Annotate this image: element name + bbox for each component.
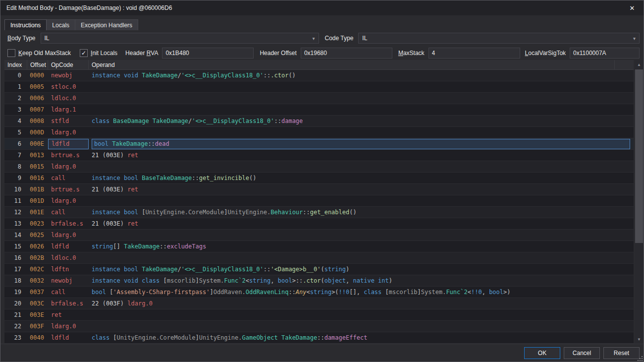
instruction-row[interactable]: 00000newobjinstance void TakeDamage/'<>c… bbox=[4, 70, 634, 81]
tab-locals[interactable]: Locals bbox=[47, 19, 75, 30]
window-title: Edit Method Body - Damage(BaseDamage) : … bbox=[0, 4, 172, 11]
instruction-row[interactable]: 230040ldfldclass [UnityEngine.CoreModule… bbox=[4, 332, 634, 344]
tab-exception-handlers[interactable]: Exception Handlers bbox=[75, 19, 138, 30]
instruction-row[interactable]: 21003Eret bbox=[4, 309, 634, 321]
instruction-row[interactable]: 20003Cbrfalse.s22 (003F) ldarg.0 bbox=[4, 298, 634, 309]
instruction-row[interactable]: 40008stfldclass BaseDamage TakeDamage/'<… bbox=[4, 116, 634, 127]
instruction-row[interactable]: 90016callinstance bool BaseTakeDamage::g… bbox=[4, 173, 634, 184]
edit-method-body-dialog: Edit Method Body - Damage(BaseDamage) : … bbox=[0, 0, 644, 362]
body-type-combobox[interactable]: IL ▾ bbox=[41, 33, 319, 44]
instruction-row[interactable]: 140025ldarg.0 bbox=[4, 230, 634, 241]
maxstack-label: MaxStack bbox=[398, 50, 425, 57]
code-type-value: IL bbox=[362, 35, 367, 42]
scrollbar-thumb[interactable] bbox=[635, 69, 643, 243]
method-header-row: Keep Old MaxStack ✓ Init Locals Header R… bbox=[0, 46, 644, 60]
instruction-row[interactable]: 5000Dldarg.0 bbox=[4, 127, 634, 138]
instruction-row[interactable]: 30007ldarg.1 bbox=[4, 104, 634, 116]
instruction-row[interactable]: 190037callbool ['Assembly-CSharp-firstpa… bbox=[4, 287, 634, 298]
scroll-up-icon[interactable]: ▲ bbox=[635, 60, 644, 69]
chevron-down-icon: ▾ bbox=[633, 36, 636, 41]
header-offset-label: Header Offset bbox=[260, 50, 296, 57]
keep-old-maxstack-label: Keep Old MaxStack bbox=[18, 50, 71, 57]
instruction-grid: Index Offset OpCode Operand 00000newobji… bbox=[0, 60, 644, 344]
operand-edit-box[interactable]: bool TakeDamage::dead bbox=[92, 139, 630, 149]
instruction-row[interactable]: 10005stloc.0 bbox=[4, 81, 634, 93]
localvarsigtok-label: LocalVarSigTok bbox=[525, 50, 566, 57]
instruction-row[interactable]: 12001Ecallinstance bool [UnityEngine.Cor… bbox=[4, 207, 634, 218]
localvarsigtok-input[interactable] bbox=[570, 48, 640, 59]
body-type-row: Body Type IL ▾ Code Type IL ▾ bbox=[0, 30, 644, 46]
titlebar[interactable]: Edit Method Body - Damage(BaseDamage) : … bbox=[0, 0, 644, 15]
dialog-footer: OK Cancel Reset bbox=[0, 344, 644, 362]
resize-grip[interactable] bbox=[637, 356, 643, 362]
tab-instructions[interactable]: Instructions bbox=[4, 19, 47, 30]
code-type-label: Code Type bbox=[325, 35, 354, 42]
instruction-row[interactable]: 10001Bbrtrue.s21 (003E) ret bbox=[4, 184, 634, 195]
column-header-index: Index bbox=[4, 60, 27, 69]
instruction-row[interactable]: 20006ldloc.0 bbox=[4, 93, 634, 104]
instruction-row[interactable]: 130023brfalse.s21 (003E) ret bbox=[4, 218, 634, 230]
code-type-combobox[interactable]: IL ▾ bbox=[358, 33, 640, 44]
instruction-row[interactable]: 150026ldfldstring[] TakeDamage::excludeT… bbox=[4, 241, 634, 252]
instruction-row[interactable]: 16002Bldloc.0 bbox=[4, 252, 634, 264]
keep-old-maxstack-checkbox[interactable] bbox=[7, 49, 15, 57]
tab-strip: Instructions Locals Exception Handlers bbox=[0, 15, 644, 30]
init-locals-label: Init Locals bbox=[91, 50, 117, 57]
maxstack-input[interactable] bbox=[429, 48, 520, 59]
header-offset-input[interactable] bbox=[301, 48, 392, 59]
close-icon[interactable]: ✕ bbox=[621, 0, 644, 15]
column-header-opcode: OpCode bbox=[48, 60, 89, 69]
cancel-button[interactable]: Cancel bbox=[564, 347, 600, 359]
body-type-label: Body Type bbox=[7, 35, 36, 42]
instruction-row[interactable]: 70013brtrue.s21 (003E) ret bbox=[4, 150, 634, 161]
column-header-operand: Operand bbox=[89, 60, 615, 69]
chevron-down-icon: ▾ bbox=[312, 36, 315, 41]
instruction-row[interactable]: 80015ldarg.0 bbox=[4, 161, 634, 173]
header-rva-input[interactable] bbox=[162, 48, 254, 59]
instruction-row[interactable]: 180032newobjinstance void class [mscorli… bbox=[4, 275, 634, 287]
reset-button[interactable]: Reset bbox=[603, 347, 640, 359]
instruction-row[interactable]: 6000Eldfldbool TakeDamage::dead bbox=[4, 138, 634, 150]
column-header-offset: Offset bbox=[27, 60, 48, 69]
ok-button[interactable]: OK bbox=[524, 347, 560, 359]
instruction-row[interactable]: 22003Fldarg.0 bbox=[4, 321, 634, 332]
grid-header: Index Offset OpCode Operand bbox=[4, 60, 634, 70]
instruction-row[interactable]: 17002Cldftninstance bool TakeDamage/'<>c… bbox=[4, 264, 634, 275]
body-type-value: IL bbox=[45, 35, 50, 42]
scroll-down-icon[interactable]: ▼ bbox=[635, 335, 644, 344]
instruction-list: 00000newobjinstance void TakeDamage/'<>c… bbox=[4, 70, 634, 344]
header-rva-label: Header RVA bbox=[125, 50, 158, 57]
scrollbar[interactable]: ▲ ▼ bbox=[635, 60, 644, 344]
init-locals-checkbox[interactable]: ✓ bbox=[80, 49, 88, 57]
instruction-row[interactable]: 11001Dldarg.0 bbox=[4, 195, 634, 207]
column-header-filler bbox=[615, 60, 634, 69]
